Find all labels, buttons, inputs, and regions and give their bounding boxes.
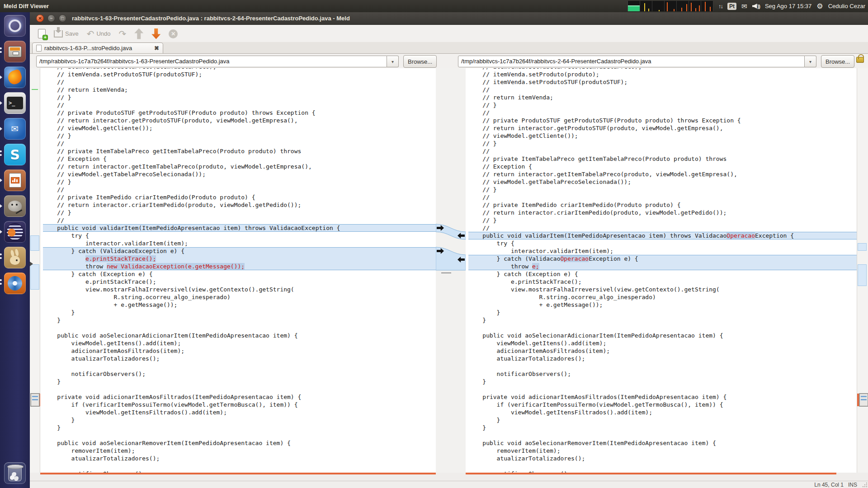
change-chunk-marker xyxy=(30,235,39,251)
monitor-graph-cell xyxy=(665,1,677,11)
scroll-chunk-indicator xyxy=(859,393,868,407)
next-change-button[interactable] xyxy=(149,27,163,41)
thunderbird-icon: ✉ xyxy=(11,123,19,134)
deleted-line-marker xyxy=(441,272,451,273)
ubuntu-dash-button[interactable] xyxy=(4,15,26,37)
launcher-item-software-swirl[interactable] xyxy=(4,272,26,294)
minimize-window-button[interactable]: – xyxy=(47,14,55,22)
status-bar: Ln 45, Col 1 INS xyxy=(30,481,868,488)
right-diff-map[interactable] xyxy=(857,68,868,473)
previous-change-button[interactable] xyxy=(132,27,146,41)
monitor-graph-cell xyxy=(652,1,665,11)
launcher-item-terminal[interactable]: >_ xyxy=(4,92,26,114)
launcher-item-skype[interactable]: S xyxy=(4,144,26,165)
running-pip xyxy=(0,150,2,152)
left-chunk-end-line xyxy=(40,473,436,474)
running-pip xyxy=(0,283,2,285)
cursor-position: Ln 45, Col 1 xyxy=(814,482,844,488)
clock[interactable]: Seg Ago 17 15:37 xyxy=(765,3,811,9)
impress-icon xyxy=(9,173,21,188)
diff-linkmap xyxy=(436,68,466,473)
running-pip xyxy=(0,230,2,234)
right-file-dropdown-button[interactable]: ▾ xyxy=(805,56,816,67)
new-comparison-button[interactable]: + xyxy=(35,28,48,40)
rabbit-icon xyxy=(10,256,20,265)
left-file-path-input[interactable]: /tmp/rabbitvcs-1c7a7b264f/rabbitvcs-1-63… xyxy=(36,56,387,67)
redo-button[interactable]: ↷ xyxy=(116,28,129,40)
running-pip xyxy=(0,257,2,259)
network-arrows-icon[interactable]: ↑↓ xyxy=(718,3,722,9)
undo-icon: ↶ xyxy=(87,29,94,38)
user-name[interactable]: Cedulio Cezar xyxy=(828,3,865,9)
launcher-item-firefox[interactable] xyxy=(4,66,26,88)
monitor-graph-cell xyxy=(689,1,701,11)
running-pip xyxy=(0,47,2,49)
right-code-text[interactable]: // itemVenda.setTabelaPreco(itemTabelaPr… xyxy=(466,68,857,473)
maximize-window-button[interactable]: □ xyxy=(59,14,66,22)
resize-grip[interactable] xyxy=(863,483,867,487)
right-code-pane[interactable]: // itemVenda.setTabelaPreco(itemTabelaPr… xyxy=(466,68,857,473)
mail-icon[interactable]: ✉ xyxy=(741,2,747,10)
indicator-area: ↑↓ Pt ✉ )) Seg Ago 17 15:37 ⚙ Cedulio Ce… xyxy=(627,1,868,11)
insert-mode-indicator: INS xyxy=(848,482,857,488)
launcher-item-thunderbird[interactable]: ✉ xyxy=(4,118,26,140)
unity-launcher: >_ ✉ S xyxy=(0,12,30,488)
running-pip xyxy=(0,75,2,79)
undo-button[interactable]: ↶Undo xyxy=(84,28,113,40)
speaker-icon xyxy=(752,4,757,9)
trash-icon xyxy=(8,467,22,481)
volume-icon[interactable]: )) xyxy=(752,4,760,9)
running-pip xyxy=(0,253,2,255)
launcher-item-gimp[interactable] xyxy=(4,195,26,217)
top-panel: Meld Diff Viewer ↑↓ Pt ✉ )) Seg Ago 17 1… xyxy=(0,0,868,12)
left-code-pane[interactable]: // itemVenda.setTabelaPreco(itemTabelaPr… xyxy=(40,68,436,473)
panel-app-title: Meld Diff Viewer xyxy=(4,3,49,9)
left-diff-map[interactable] xyxy=(30,68,40,473)
document-icon xyxy=(36,45,42,52)
running-pip xyxy=(0,178,2,182)
system-monitor-applet[interactable] xyxy=(627,1,713,11)
launcher-item-trash[interactable] xyxy=(4,462,26,484)
monitor-graph-cell xyxy=(677,1,689,11)
swirl-icon xyxy=(8,276,22,291)
right-browse-button[interactable]: Browse... xyxy=(821,55,854,68)
launcher-item-eclipse[interactable] xyxy=(4,221,26,243)
tab-comparison[interactable]: rabbitvcs-1-63-P...stroPedido.java ✖ xyxy=(32,42,163,53)
save-icon xyxy=(54,30,63,38)
meld-window: ✕ – □ rabbitvcs-1-63-PresenterCadastroPe… xyxy=(30,12,868,488)
left-file-dropdown-button[interactable]: ▾ xyxy=(387,56,399,67)
tab-bar: rabbitvcs-1-63-P...stroPedido.java ✖ xyxy=(30,42,868,54)
titlebar[interactable]: ✕ – □ rabbitvcs-1-63-PresenterCadastroPe… xyxy=(30,12,868,25)
change-chunk-marker xyxy=(858,243,867,251)
close-window-button[interactable]: ✕ xyxy=(36,14,44,22)
session-gear-icon[interactable]: ⚙ xyxy=(816,2,823,10)
ubuntu-logo-icon xyxy=(9,19,21,32)
stop-button[interactable]: ✕ xyxy=(166,28,180,40)
running-pip xyxy=(0,279,2,281)
launcher-item-rabbitvcs[interactable] xyxy=(4,247,26,268)
terminal-icon: >_ xyxy=(7,97,23,109)
lock-icon xyxy=(856,57,864,63)
redo-icon: ↷ xyxy=(118,29,126,38)
save-button[interactable]: Save xyxy=(51,29,81,39)
launcher-item-file-manager[interactable] xyxy=(4,41,26,62)
running-pip xyxy=(0,101,2,105)
firefox-icon xyxy=(6,69,24,86)
stop-icon: ✕ xyxy=(169,29,178,38)
left-code-text[interactable]: // itemVenda.setTabelaPreco(itemTabelaPr… xyxy=(40,68,436,473)
pane-bottom-strip xyxy=(30,473,868,481)
right-file-path-input[interactable]: /tmp/rabbitvcs-1c7a7b264f/rabbitvcs-2-64… xyxy=(458,56,805,67)
tab-close-icon[interactable]: ✖ xyxy=(154,45,159,52)
running-pip xyxy=(0,204,2,208)
keyboard-layout-indicator[interactable]: Pt xyxy=(727,3,736,10)
launcher-item-libreoffice-impress[interactable] xyxy=(4,169,26,191)
running-pip xyxy=(0,154,2,156)
monitor-graph-cell xyxy=(701,1,713,11)
skype-icon: S xyxy=(10,147,20,163)
down-arrow-icon xyxy=(151,28,160,39)
running-pip xyxy=(0,127,2,131)
monitor-graph-cell xyxy=(640,1,652,11)
left-browse-button[interactable]: Browse... xyxy=(403,55,437,68)
file-cabinet-icon xyxy=(8,46,22,57)
new-document-icon: + xyxy=(38,29,46,38)
